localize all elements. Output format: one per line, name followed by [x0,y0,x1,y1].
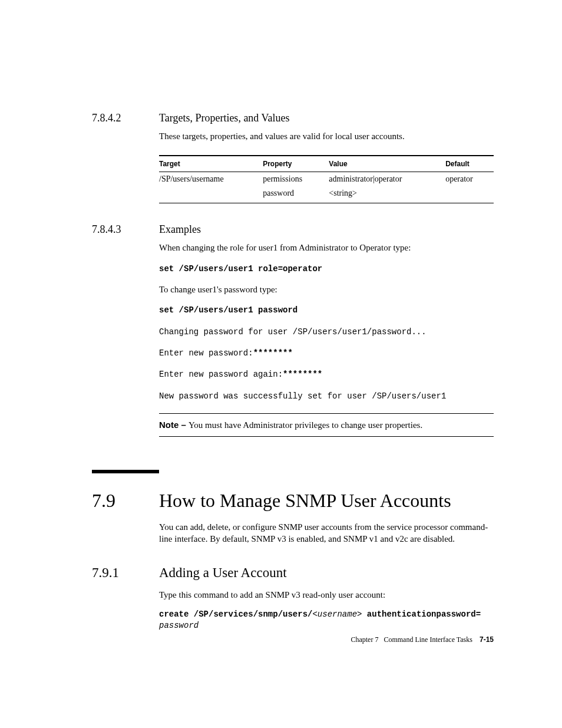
heading-number: 7.8.4.2 [92,112,159,124]
td-property: permissions [263,172,329,187]
note-text: You must have Administrator privileges t… [189,420,422,430]
paragraph: You can add, delete, or configure SNMP u… [159,521,494,545]
code-output: ******** [283,370,322,379]
th-default: Default [445,156,494,172]
td-default: operator [445,172,494,187]
code-command: create /SP/services/snmp/users/<username… [159,609,494,632]
targets-table: Target Property Value Default /SP/users/… [159,155,494,203]
heading-number: 7.8.4.3 [92,223,159,236]
table-row: /SP/users/username permissions administr… [159,172,494,187]
td-value: administrator|operator [329,172,445,187]
heading-title: Examples [159,223,201,236]
code-output: Changing password for user /SP/users/use… [159,327,427,337]
section-rule [92,470,159,473]
code-seg: authenticationpassword= [362,610,481,619]
code-command: set /SP/users/user1 role=operator [159,264,322,274]
footer-page: 7-15 [480,635,494,644]
paragraph: To change user1's password type: [159,284,494,295]
code-seg: password [159,621,199,630]
td-property: password [263,186,329,203]
code-output: Enter new password again: [159,370,283,379]
th-target: Target [159,156,263,172]
note-label: Note – [159,420,189,430]
heading-7-8-4-3: 7.8.4.3 Examples [92,223,494,236]
code-command: set /SP/users/user1 password [159,305,297,315]
table-row: password <string> [159,186,494,203]
heading-7-9: 7.9 How to Manage SNMP User Accounts [92,490,494,512]
page-footer: Chapter 7 Command Line Interface Tasks7-… [351,635,494,644]
footer-title: Command Line Interface Tasks [384,635,472,644]
td-default [445,186,494,203]
td-value: <string> [329,186,445,203]
footer-chapter: Chapter 7 [351,635,378,644]
paragraph: These targets, properties, and values ar… [159,130,494,142]
th-property: Property [263,156,329,172]
heading-title: How to Manage SNMP User Accounts [159,490,451,512]
heading-title: Targets, Properties, and Values [159,112,290,124]
heading-title: Adding a User Account [159,565,287,581]
code-output: Enter new password: [159,348,253,358]
heading-7-9-1: 7.9.1 Adding a User Account [92,565,494,581]
td-target [159,186,263,203]
td-target: /SP/users/username [159,172,263,187]
th-value: Value [329,156,445,172]
heading-number: 7.9 [92,490,159,512]
heading-number: 7.9.1 [92,565,159,581]
paragraph: Type this command to add an SNMP v3 read… [159,589,494,601]
code-seg: create /SP/services/snmp/users/ [159,610,312,619]
code-output: ******** [253,348,293,358]
paragraph: When changing the role for user1 from Ad… [159,242,494,253]
code-output: New password was successfully set for us… [159,391,446,401]
note-box: Note – You must have Administrator privi… [159,413,494,437]
code-seg: <username> [312,610,362,619]
heading-7-8-4-2: 7.8.4.2 Targets, Properties, and Values [92,112,494,124]
